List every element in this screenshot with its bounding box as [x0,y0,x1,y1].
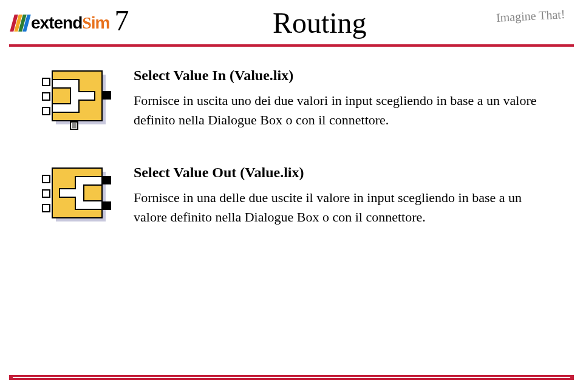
svg-rect-2 [43,78,50,86]
logo-text: extendSim [31,13,110,33]
svg-rect-13 [103,177,111,184]
block-text-1: Select Value In (Value.lix) Fornisce in … [134,65,547,132]
logo-word-s: S [82,13,91,32]
page-header: extendSim 7 Routing Imagine That! [0,0,583,39]
svg-rect-3 [43,93,50,100]
block-description-2: Fornisce in una delle due uscite il valo… [134,188,547,227]
svg-rect-11 [43,190,50,197]
block-select-value-in: Select Value In (Value.lix) Fornisce in … [36,65,547,132]
svg-rect-12 [43,204,50,212]
version-number: 7 [115,4,129,37]
footer-divider [9,375,574,380]
block-select-value-out: Select Value Out (Value.lix) Fornisce in… [36,162,547,229]
content-area: Select Value In (Value.lix) Fornisce in … [0,47,583,271]
select-value-out-icon [36,162,115,229]
svg-rect-14 [103,202,111,209]
block-title-1: Select Value In (Value.lix) [134,67,547,84]
block-description-1: Fornisce in uscita uno dei due valori in… [134,91,547,130]
svg-rect-4 [43,107,50,115]
footer-divider-inner [13,377,570,378]
logo-bars-icon [12,15,29,32]
select-value-in-icon [36,65,115,132]
svg-rect-7 [72,123,77,128]
block-title-2: Select Value Out (Value.lix) [134,164,547,181]
extendsim-logo: extendSim [12,13,110,33]
logo-word-im: im [91,13,110,32]
logo-word-extend: extend [31,13,82,32]
svg-rect-5 [103,92,111,99]
block-text-2: Select Value Out (Value.lix) Fornisce in… [134,162,547,229]
svg-rect-10 [43,175,50,183]
